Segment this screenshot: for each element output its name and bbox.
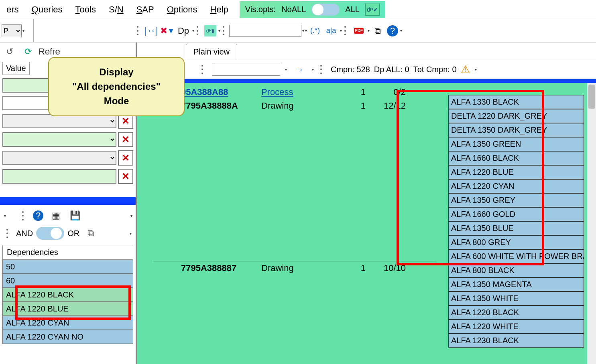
menu-sn[interactable]: S/N [102,1,130,18]
grip-icon[interactable] [344,24,348,38]
copy-icon[interactable]: ⧉ [84,226,98,240]
right-dep-item[interactable]: ALFA 1230 BLACK [448,334,584,348]
match-case-icon[interactable]: a|a [324,24,338,38]
right-dep-item[interactable]: ALFA 800 BLACK [448,263,584,277]
help-icon[interactable]: ? [33,210,43,221]
search-input[interactable] [229,25,301,37]
value-input[interactable] [2,169,116,184]
chevron-down-icon[interactable]: ▾ [305,28,307,33]
grip-icon[interactable] [197,24,201,38]
or-label: OR [67,229,79,238]
chevron-down-icon[interactable]: ▾ [285,67,287,72]
toolbar-secondary: P ▾ |↔| ✖▼ Dp ▾ dP▮ ▾ ▾ ▾ (.*) a|a ▾ PDF… [0,19,596,42]
menu-help[interactable]: Help [204,1,235,18]
dependencies-header: Dependencies [2,245,133,260]
value-select[interactable] [2,132,116,147]
divider [0,197,136,204]
calculator-icon[interactable]: ▦ [49,209,63,222]
help-icon[interactable]: ? [387,25,398,36]
menu-ers[interactable]: ers [0,1,25,18]
grip-icon[interactable] [320,63,324,76]
right-dep-item[interactable]: ALFA 1350 WHITE [448,291,584,305]
annotation-text: Display"All dependencies"Mode [72,65,161,108]
right-dep-item[interactable]: ALFA 1350 MAGENTA [448,277,584,291]
history-icon[interactable]: ↺ [3,45,16,59]
menu-options[interactable]: Options [161,1,204,18]
grip-icon[interactable] [223,24,227,38]
chevron-down-icon[interactable]: ▾ [22,28,24,33]
grip-icon[interactable] [22,209,26,222]
right-dep-item[interactable]: ALFA 1220 WHITE [448,320,584,334]
dp-label: Dp [177,24,190,38]
regex-icon[interactable]: (.*) [308,24,322,38]
and-label: AND [16,229,33,238]
grip-icon[interactable] [6,226,10,240]
dep-item[interactable]: ALFA 1220 CYAN NO [2,330,133,344]
delete-button[interactable]: ✕ [118,150,133,166]
visopts-bar: Vis.opts: NoALL ALL dP✔ [240,1,385,18]
chevron-down-icon[interactable]: ▾ [312,67,314,72]
scrollbar[interactable] [587,83,596,364]
sub-toolbar: ▾ ▾ → ▾ Cmpn: 528 Dp ALL: 0 Tot Cmpn: 0 … [137,60,596,79]
dropdown-p[interactable]: P [2,24,22,37]
value-header: Value [2,62,30,75]
chevron-down-icon[interactable]: ▾ [218,28,220,33]
visopts-toggle[interactable] [311,4,340,16]
dep-item[interactable]: 50 [2,260,133,274]
pdf-icon[interactable]: PDF [352,24,366,38]
clear-filter-icon[interactable]: ✖▼ [161,24,174,38]
refresh-label[interactable]: Refre [39,47,60,57]
andor-toggle[interactable] [36,227,64,240]
chevron-down-icon[interactable]: ▾ [4,214,6,218]
fit-width-icon[interactable]: |↔| [144,24,158,38]
chevron-down-icon[interactable]: ▾ [302,28,304,33]
tab-plain-view[interactable]: Plain view [186,44,237,60]
visopts-noall: NoALL [281,5,306,14]
menu-queries[interactable]: Queries [25,1,69,18]
menu-tools[interactable]: Tools [69,1,102,18]
dp-bar-icon[interactable]: dP▮ [204,25,216,36]
save-icon[interactable]: 💾 [68,209,82,222]
chevron-down-icon[interactable]: ▾ [130,231,132,236]
chevron-down-icon[interactable]: ▾ [192,28,194,33]
right-dep-item[interactable]: ALFA 1220 BLACK [448,305,584,320]
chevron-down-icon[interactable]: ▾ [400,28,402,33]
highlight-box [15,285,131,320]
chevron-down-icon[interactable]: ▾ [475,67,477,72]
copy-icon[interactable]: ⧉ [371,24,384,38]
delete-button[interactable]: ✕ [118,169,133,184]
menubar: ers Queries Tools S/N SAP Options Help V… [0,0,596,19]
tot-label: Tot Cmpn: 0 [413,65,457,74]
grip-icon[interactable] [137,24,141,38]
chevron-down-icon[interactable]: ▾ [368,28,370,33]
value-select[interactable] [2,151,116,165]
cmpn-label: Cmpn: 528 [331,65,370,74]
grip-icon[interactable] [201,63,205,76]
highlight-box [397,90,544,265]
refresh-icon[interactable]: ⟳ [21,45,35,59]
visopts-all: ALL [345,5,360,14]
menu-sap[interactable]: SAP [130,1,161,18]
annotation-callout: Display"All dependencies"Mode [48,57,185,116]
go-icon[interactable]: → [292,63,306,76]
dp-check-icon[interactable]: dP✔ [365,4,380,16]
code-input[interactable] [212,63,280,76]
chevron-down-icon[interactable]: ▾ [130,214,132,218]
warning-icon[interactable]: ⚠ [461,63,470,76]
visopts-label: Vis.opts: [245,5,276,14]
chevron-down-icon[interactable]: ▾ [340,28,342,33]
dependencies-panel: ▾ ? ▦ 💾 ▾ AND OR ⧉ ▾ Dependencies 5060AL… [0,204,136,346]
delete-button[interactable]: ✕ [118,132,133,147]
dpall-label: Dp ALL: 0 [374,65,409,74]
